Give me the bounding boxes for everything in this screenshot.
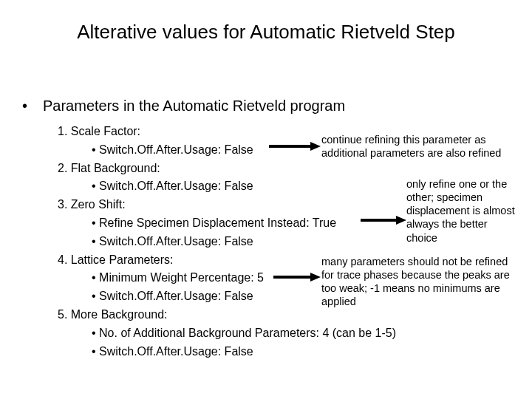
svg-marker-3 xyxy=(396,216,406,225)
item-3-sub-b: • Switch.Off.After.Usage: False xyxy=(58,233,396,251)
item-2-sub-a: • Switch.Off.After.Usage: False xyxy=(58,177,396,196)
item-5: 5. More Background: xyxy=(58,306,396,324)
item-3-sub-a: • Refine Specimen Displacement Instead: … xyxy=(58,214,396,233)
top-bullet-text: Parameters in the Automatic Rietveld pro… xyxy=(43,98,345,114)
item-2: 2. Flat Background: xyxy=(58,160,396,178)
note-refine-one: only refine one or the other; specimen d… xyxy=(406,177,517,245)
note-continue-refining: continue refining this parameter as addi… xyxy=(321,133,514,160)
svg-marker-5 xyxy=(310,273,321,282)
arrow-icon xyxy=(361,214,406,226)
arrow-icon xyxy=(269,140,321,152)
item-5-sub-b: • Switch.Off.After.Usage: False xyxy=(58,343,396,361)
top-bullet: •Parameters in the Automatic Rietveld pr… xyxy=(22,98,345,115)
item-5-sub-a: • No. of Additional Background Parameter… xyxy=(58,324,396,343)
arrow-icon xyxy=(273,271,321,283)
note-trace-phases: many parameters should not be refined fo… xyxy=(321,255,512,309)
item-3: 3. Zero Shift: xyxy=(58,196,396,214)
svg-marker-1 xyxy=(310,142,321,151)
slide-title: Alterative values for Automatic Rietveld… xyxy=(0,21,532,44)
bullet-dot: • xyxy=(22,98,43,115)
